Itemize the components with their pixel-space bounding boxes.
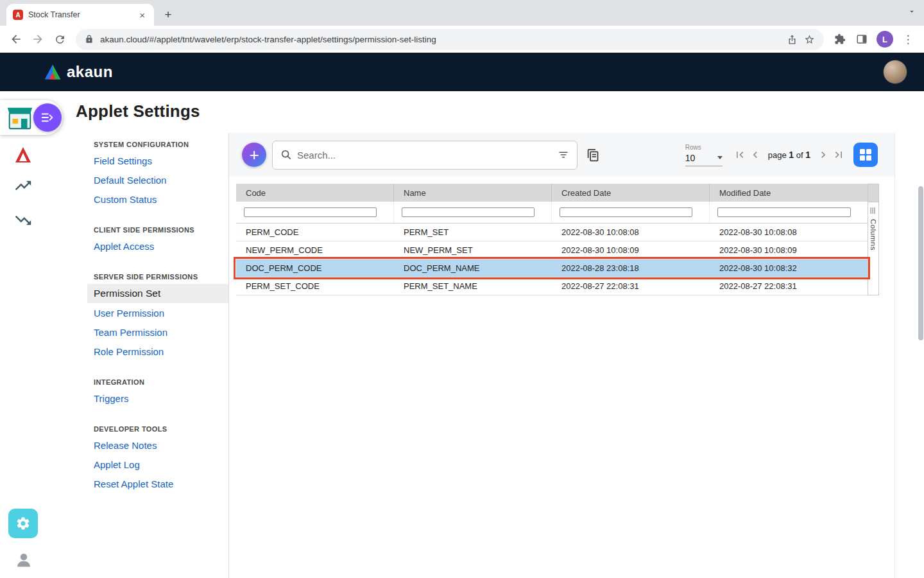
nav-item-reset-applet-state[interactable]: Reset Applet State [87, 475, 228, 493]
refresh-button[interactable] [50, 30, 69, 49]
first-page-button[interactable] [733, 148, 748, 162]
pagination: page 1 of 1 [733, 148, 846, 162]
column-header-modified-date[interactable]: Modified Date [710, 184, 868, 202]
of-word: of [796, 150, 803, 160]
user-avatar[interactable] [883, 60, 907, 84]
rows-label: Rows [685, 144, 723, 151]
extensions-icon[interactable] [830, 30, 850, 49]
column-header-name[interactable]: Name [394, 184, 552, 202]
cell-modified-date: 2022-08-30 10:08:09 [710, 241, 868, 259]
rows-per-page-value: 10 [685, 153, 696, 163]
nav-item-default-selection[interactable]: Default Selection [87, 171, 228, 189]
last-page-button[interactable] [831, 148, 846, 162]
screen: A Stock Transfer × + akaun.cloud/#/apple… [0, 0, 924, 578]
add-permission-set-button[interactable]: + [242, 143, 266, 167]
table-header-row: Code Name Created Date Modified Date [236, 184, 868, 202]
caret-down-icon [717, 156, 723, 159]
settings-nav: SYSTEM CONFIGURATION Field Settings Defa… [48, 133, 228, 578]
nav-item-release-notes[interactable]: Release Notes [87, 436, 228, 455]
column-header-code[interactable]: Code [236, 184, 394, 202]
applet-rail [0, 91, 48, 578]
share-icon[interactable] [787, 34, 798, 45]
page-title: Applet Settings [76, 101, 924, 121]
nav-item-triggers[interactable]: Triggers [87, 389, 228, 408]
filter-input-created-date[interactable] [560, 207, 692, 217]
browser-tabstrip: A Stock Transfer × + [0, 0, 924, 26]
search-box[interactable] [272, 141, 578, 170]
copy-icon[interactable] [586, 148, 600, 162]
columns-strip-cap [868, 184, 878, 202]
browser-menu-icon[interactable]: ⋮ [898, 30, 918, 49]
app-header: akaun [0, 53, 924, 91]
table-row-selected[interactable]: DOC_PERM_CODE DOC_PERM_NAME 2022-08-28 2… [236, 259, 868, 277]
listing-toolbar: + [229, 133, 894, 177]
page-word: page [768, 150, 787, 160]
nav-heading-server-side-permissions: SERVER SIDE PERMISSIONS [94, 273, 228, 281]
bookmark-star-icon[interactable] [804, 34, 815, 45]
nav-item-custom-status[interactable]: Custom Status [87, 190, 228, 209]
sidebar-expand-button[interactable] [33, 103, 62, 132]
menu-open-icon [40, 110, 55, 125]
table-filter-row [236, 202, 868, 223]
column-header-created-date[interactable]: Created Date [552, 184, 710, 202]
cell-code: PERM_SET_CODE [236, 277, 394, 295]
search-input[interactable] [297, 150, 552, 161]
total-pages: 1 [805, 150, 810, 160]
table-row[interactable]: PERM_CODE PERM_SET 2022-08-30 10:08:08 2… [236, 223, 868, 241]
cell-created-date: 2022-08-30 10:08:08 [552, 223, 710, 241]
side-panel-icon[interactable] [852, 30, 871, 49]
browser-profile-avatar[interactable]: L [877, 31, 893, 48]
nav-item-role-permission[interactable]: Role Permission [87, 342, 228, 361]
filter-input-name[interactable] [402, 207, 535, 217]
nav-item-applet-log[interactable]: Applet Log [87, 455, 228, 474]
trend-up-icon[interactable] [13, 179, 33, 195]
grid-view-button[interactable] [853, 143, 878, 167]
back-button[interactable] [6, 30, 26, 49]
next-page-button[interactable] [816, 148, 830, 162]
table-row[interactable]: PERM_SET_CODE PERM_SET_NAME 2022-08-27 2… [236, 277, 868, 295]
columns-panel-label: Columns [869, 219, 877, 250]
cell-modified-date: 2022-08-30 10:08:32 [710, 259, 868, 277]
profile-icon[interactable] [15, 551, 33, 572]
cell-code: NEW_PERM_CODE [236, 241, 394, 259]
columns-panel-toggle[interactable]: Columns [868, 184, 879, 295]
nav-item-user-permission[interactable]: User Permission [87, 304, 228, 322]
cell-name: PERM_SET [394, 223, 552, 241]
new-tab-button[interactable]: + [159, 6, 177, 24]
nav-item-applet-access[interactable]: Applet Access [87, 237, 228, 256]
page-number: 1 [789, 150, 794, 160]
nav-item-team-permission[interactable]: Team Permission [87, 323, 228, 342]
filter-input-modified-date[interactable] [717, 207, 851, 217]
prev-page-button[interactable] [748, 148, 763, 162]
browser-toolbar: akaun.cloud/#/applet/tnt/wavelet/erp/sto… [0, 26, 924, 53]
lock-icon [85, 35, 94, 44]
rows-per-page-select[interactable]: 10 [685, 153, 723, 166]
cell-modified-date: 2022-08-27 22:08:31 [710, 277, 868, 295]
stock-transfer-applet-icon[interactable] [5, 103, 35, 132]
tab-close-icon[interactable]: × [137, 9, 148, 21]
address-bar[interactable]: akaun.cloud/#/applet/tnt/wavelet/erp/sto… [76, 29, 824, 50]
cell-created-date: 2022-08-28 23:08:18 [552, 259, 710, 277]
forward-button[interactable] [28, 30, 47, 49]
trend-down-icon[interactable] [13, 213, 33, 230]
nav-heading-client-side-permissions: CLIENT SIDE PERMISSIONS [94, 226, 228, 234]
cell-code: DOC_PERM_CODE [236, 259, 394, 277]
akaun-logo-icon [44, 64, 62, 80]
nav-item-permission-set[interactable]: Permission Set [87, 284, 228, 303]
brand-text: akaun [67, 63, 113, 81]
pdf-applet-icon[interactable] [13, 145, 33, 167]
url-text: akaun.cloud/#/applet/tnt/wavelet/erp/sto… [100, 35, 780, 44]
tab-search-chevron-icon[interactable] [907, 7, 916, 19]
app-body: Applet Settings SYSTEM CONFIGURATION Fie… [0, 91, 924, 578]
nav-item-field-settings[interactable]: Field Settings [87, 152, 228, 170]
settings-gear-button[interactable] [8, 509, 38, 538]
table-row[interactable]: NEW_PERM_CODE NEW_PERM_SET 2022-08-30 10… [236, 241, 868, 259]
filter-input-code[interactable] [244, 207, 377, 217]
page-indicator: page 1 of 1 [768, 150, 810, 160]
browser-tab[interactable]: A Stock Transfer × [6, 4, 154, 26]
page-scrollbar [918, 184, 924, 578]
akaun-logo[interactable]: akaun [44, 63, 113, 81]
tab-favicon-icon: A [13, 10, 23, 20]
filter-icon[interactable] [558, 149, 569, 161]
page-scrollbar-thumb[interactable] [918, 186, 923, 340]
